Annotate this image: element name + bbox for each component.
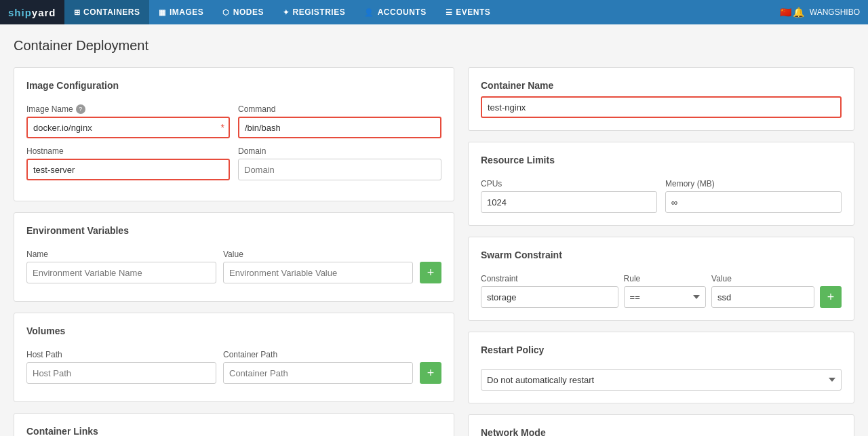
form-left: Image Configuration Image Name ? * C — [14, 67, 454, 436]
cpus-input[interactable] — [481, 191, 657, 213]
memory-label: Memory (MB) — [665, 179, 842, 189]
env-value-label: Value — [223, 250, 413, 259]
images-icon: ▦ — [159, 8, 166, 17]
swarm-constraint-section: Swarm Constraint Constraint Rule == != >… — [468, 237, 854, 321]
env-vars-section: Environment Variables Name Value + — [14, 212, 454, 302]
value-label: Value — [711, 274, 814, 283]
constraint-input[interactable] — [481, 286, 618, 308]
nav-item-registries[interactable]: ✦ REGISTRIES — [273, 0, 355, 24]
container-name-input[interactable] — [481, 96, 842, 118]
username: WANGSHIBO — [810, 7, 860, 17]
network-mode-title: Network Mode — [481, 427, 842, 436]
restart-policy-section: Restart Policy Do not automatically rest… — [468, 332, 854, 403]
accounts-icon: 👤 — [364, 8, 374, 17]
domain-group: Domain — [238, 146, 441, 180]
nav-label-containers: CONTAINERS — [83, 7, 140, 17]
required-star: * — [221, 122, 224, 133]
registries-icon: ✦ — [283, 8, 290, 17]
memory-group: Memory (MB) — [665, 179, 842, 213]
nav-label-nodes: NODES — [233, 7, 264, 17]
constraint-row: Constraint Rule == != > < Value — [481, 274, 842, 308]
resources-row: CPUs Memory (MB) — [481, 179, 842, 213]
network-mode-section: Network Mode Bridge Host None — [468, 414, 854, 436]
nav-item-nodes[interactable]: ⬡ NODES — [213, 0, 273, 24]
env-name-input[interactable] — [26, 262, 216, 283]
restart-policy-title: Restart Policy — [481, 344, 842, 359]
cpus-label: CPUs — [481, 179, 657, 189]
constraint-label: Constraint — [481, 274, 618, 283]
volumes-row: Host Path Container Path + — [26, 350, 441, 384]
page-title: Container Deployment — [14, 38, 854, 54]
restart-policy-group: Do not automatically restart Always rest… — [481, 369, 842, 391]
container-path-label: Container Path — [223, 350, 413, 359]
nav-label-events: EVENTS — [456, 7, 490, 17]
nav-label-accounts: ACCOUNTS — [378, 7, 427, 17]
env-value-group: Value — [223, 250, 413, 283]
brand[interactable]: shipyard — [0, 0, 64, 24]
container-name-label: Container Name — [481, 80, 842, 91]
flag-icon-1: 🇨🇳 — [780, 7, 791, 18]
env-value-input[interactable] — [223, 262, 413, 283]
navbar-right: 🇨🇳 🔔 WANGSHIBO — [772, 0, 868, 24]
value-group: Value — [711, 274, 814, 308]
volumes-add-button[interactable]: + — [420, 362, 441, 384]
constraint-add-button[interactable]: + — [820, 286, 842, 308]
container-name-section: Container Name — [468, 67, 854, 131]
command-input[interactable] — [238, 117, 441, 138]
host-path-group: Host Path — [26, 350, 216, 384]
domain-label: Domain — [238, 146, 441, 156]
env-vars-row: Name Value + — [26, 250, 441, 283]
nav-items: ⊞ CONTAINERS ▦ IMAGES ⬡ NODES ✦ REGISTRI… — [64, 0, 772, 24]
form-right: Container Name Resource Limits CPUs Memo… — [468, 67, 854, 436]
nav-item-images[interactable]: ▦ IMAGES — [149, 0, 213, 24]
container-links-title: Container Links — [26, 426, 441, 436]
host-path-label: Host Path — [26, 350, 216, 359]
hostname-label: Hostname — [26, 146, 230, 156]
brand-text: shipyard — [8, 7, 56, 18]
flag-icons: 🇨🇳 🔔 — [780, 7, 804, 18]
host-path-input[interactable] — [26, 362, 216, 384]
image-config-section: Image Configuration Image Name ? * C — [14, 67, 454, 201]
nav-item-events[interactable]: ☰ EVENTS — [436, 0, 500, 24]
restart-policy-select[interactable]: Do not automatically restart Always rest… — [481, 369, 842, 391]
volumes-title: Volumes — [26, 325, 441, 340]
env-vars-title: Environment Variables — [26, 225, 441, 240]
hostname-group: Hostname — [26, 146, 230, 180]
image-name-input[interactable] — [26, 117, 230, 138]
hostname-input[interactable] — [26, 159, 230, 180]
image-name-group: Image Name ? * — [26, 104, 230, 138]
container-path-input[interactable] — [223, 362, 413, 384]
resource-limits-section: Resource Limits CPUs Memory (MB) — [468, 142, 854, 226]
domain-input[interactable] — [238, 159, 441, 180]
nav-label-registries: REGISTRIES — [293, 7, 346, 17]
navbar: shipyard ⊞ CONTAINERS ▦ IMAGES ⬡ NODES ✦… — [0, 0, 868, 24]
env-add-button[interactable]: + — [420, 262, 441, 283]
image-name-label: Image Name ? — [26, 104, 230, 114]
rule-group: Rule == != > < — [624, 274, 707, 308]
brand-yard: yard — [32, 7, 56, 18]
form-layout: Image Configuration Image Name ? * C — [14, 67, 854, 436]
cpus-group: CPUs — [481, 179, 657, 213]
container-path-group: Container Path — [223, 350, 413, 384]
memory-input[interactable] — [665, 191, 842, 213]
events-icon: ☰ — [446, 8, 453, 17]
containers-icon: ⊞ — [74, 8, 81, 17]
env-name-label: Name — [26, 250, 216, 259]
env-name-group: Name — [26, 250, 216, 283]
resource-limits-title: Resource Limits — [481, 155, 842, 170]
nav-item-accounts[interactable]: 👤 ACCOUNTS — [355, 0, 436, 24]
image-name-wrapper: * — [26, 117, 230, 138]
rule-label: Rule — [624, 274, 707, 283]
volumes-section: Volumes Host Path Container Path + — [14, 313, 454, 402]
flag-icon-2: 🔔 — [793, 7, 804, 18]
nav-item-containers[interactable]: ⊞ CONTAINERS — [64, 0, 150, 24]
help-icon[interactable]: ? — [76, 104, 85, 114]
image-config-title: Image Configuration — [26, 80, 441, 95]
brand-ship: ship — [8, 7, 32, 18]
command-group: Command — [238, 104, 441, 138]
value-input[interactable] — [711, 286, 814, 308]
constraint-field-group: Constraint — [481, 274, 618, 308]
swarm-constraint-title: Swarm Constraint — [481, 250, 842, 264]
page-content: Container Deployment Image Configuration… — [0, 24, 868, 436]
rule-select[interactable]: == != > < — [624, 286, 707, 308]
